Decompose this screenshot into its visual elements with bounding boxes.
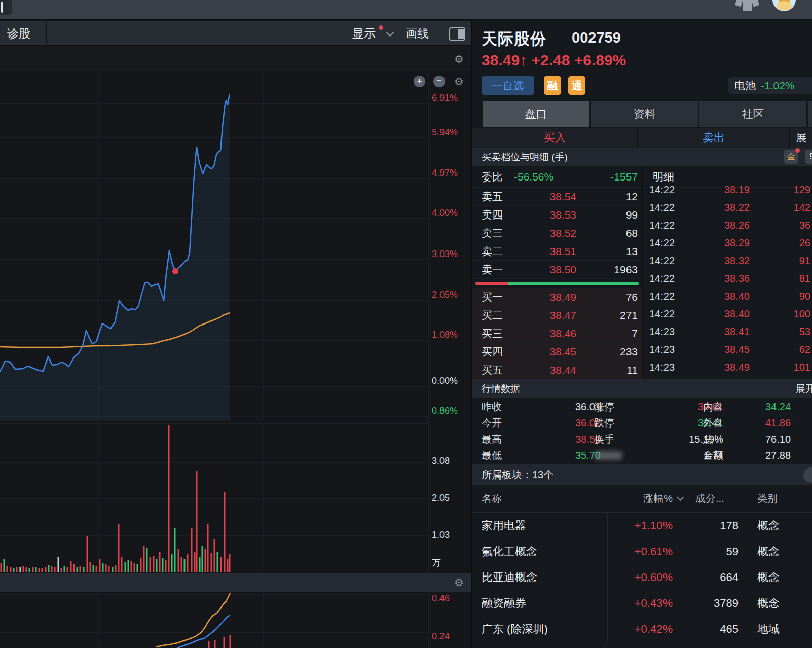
avatar[interactable] [772, 0, 796, 11]
svg-text:万: 万 [432, 558, 441, 568]
stock-name: 天际股份 [482, 28, 546, 50]
tab-partial[interactable] [808, 101, 812, 127]
gold-filter-icon[interactable]: 金 [784, 150, 798, 164]
order-row[interactable]: 卖二38.5113 [472, 242, 642, 261]
share-icon[interactable] [736, 0, 758, 11]
market-label: 金额 [703, 447, 723, 463]
market-label: 今开 [482, 415, 502, 431]
orderbook-header: 买卖档位与明细 (手) 金 5 [472, 148, 812, 166]
market-label: 昨收 [482, 399, 502, 415]
detail-row: 14:2338.49101 [643, 358, 812, 376]
stock-code: 002759 [572, 29, 621, 46]
order-row[interactable]: 卖一38.501963 [472, 261, 642, 279]
sell-button[interactable]: 卖出 [638, 128, 789, 148]
col-comp[interactable]: 成分... [695, 486, 724, 511]
market-label: 总量 [703, 431, 723, 447]
order-row[interactable]: 买一38.4976 [472, 288, 642, 306]
intraday-chart[interactable]: 6.91%5.94%4.97%4.00%3.03%2.05%1.08%0.00%… [0, 46, 471, 648]
market-label: 最高 [482, 431, 502, 447]
svg-text:1.08%: 1.08% [432, 330, 458, 340]
sectors-header: 所属板块：13个 [472, 464, 812, 485]
svg-text:0.00%: 0.00% [432, 376, 458, 386]
market-value: 27.88 [765, 447, 791, 463]
sector-row[interactable]: 广东 (除深圳)+0.42%465地域 [472, 616, 812, 641]
col-pct[interactable]: 涨幅% [599, 486, 673, 511]
svg-text:2.05%: 2.05% [432, 290, 458, 300]
sector-row[interactable]: 家用电器+1.10%178概念 [472, 512, 812, 538]
gear-icon[interactable]: ⚙ [454, 577, 464, 588]
connect-badge[interactable]: 通 [568, 76, 585, 95]
col-type[interactable]: 类别 [757, 486, 778, 511]
layout-panel-icon[interactable] [449, 27, 465, 41]
col-name[interactable]: 名称 [482, 486, 502, 511]
chart-area: 6.91%5.94%4.97%4.00%3.03%2.05%1.08%0.00%… [0, 46, 471, 648]
tab-社区[interactable]: 社区 [699, 101, 806, 127]
gear-icon[interactable]: ⚙ [454, 76, 464, 87]
app-window: 诊股 显示 画线 6.91%5.94%4.97%4.00%3.03%2.05%1… [0, 0, 812, 648]
chart-toolbar: 诊股 显示 画线 [0, 21, 471, 46]
order-row[interactable]: 卖四38.5399 [472, 206, 642, 224]
svg-text:3.03%: 3.03% [432, 249, 458, 259]
tab-资料[interactable]: 资料 [591, 101, 698, 127]
svg-text:0.46: 0.46 [432, 593, 450, 603]
buy-button[interactable]: 买入 [472, 128, 637, 148]
sub-orange-line [156, 593, 230, 647]
sector-table-header: 名称 涨幅% 成分... 类别 [472, 486, 812, 511]
drawline-button[interactable]: 画线 [405, 21, 429, 46]
market-data-row: 最高38.50换手15.19%总量76.10 [472, 431, 812, 447]
detail-row: 14:2238.2926 [643, 234, 812, 252]
expand-button[interactable]: 展开 [796, 128, 812, 148]
notification-dot [379, 25, 383, 30]
market-value: 36.02 [548, 415, 601, 431]
market-data-row: 最低35.701.74金额27.88 [472, 447, 812, 463]
market-value: 38.50 [548, 431, 601, 447]
svg-text:0.86%: 0.86% [432, 406, 458, 416]
watchlist-button[interactable]: 一自选 [482, 76, 534, 95]
market-data-header: 行情数据 展开 [472, 379, 812, 398]
expand-button[interactable]: 展开 [796, 379, 812, 398]
order-row[interactable]: 卖三38.5268 [472, 224, 642, 242]
detail-row: 14:2238.2636 [643, 217, 812, 234]
weibi-label: 委比 [482, 166, 503, 188]
sector-row[interactable]: 比亚迪概念+0.60%664概念 [472, 564, 812, 590]
market-data-row: 今开36.02跌停32.41外盘41.86 [472, 415, 812, 431]
market-value: 35.70 [548, 447, 601, 463]
sector-row[interactable]: 氟化工概念+0.61%59概念 [472, 538, 812, 564]
detail-row: 14:2238.4090 [643, 287, 812, 305]
obscured-label [594, 451, 622, 460]
tab-盘口[interactable]: 盘口 [483, 101, 589, 127]
market-data-row: 昨收36.01涨停39.61内盘34.24 [472, 399, 812, 415]
trade-detail-list[interactable]: 明细 14:2238.1912914:2238.2214214:2238.263… [643, 166, 812, 378]
diagnose-button[interactable]: 诊股 [7, 21, 30, 46]
svg-text:3.08: 3.08 [432, 456, 450, 466]
svg-text:6.91%: 6.91% [432, 93, 458, 103]
order-row[interactable]: 买五38.4411 [472, 361, 642, 379]
market-label: 最低 [482, 447, 502, 463]
trade-marker [172, 268, 178, 274]
detail-row: 14:2338.4153 [643, 323, 812, 341]
sort-desc-icon[interactable] [677, 494, 684, 501]
gear-icon[interactable]: ⚙ [454, 54, 464, 64]
display-menu[interactable]: 显示 [352, 21, 376, 46]
order-row[interactable]: 卖五38.5412 [472, 188, 642, 206]
market-value: 41.86 [765, 415, 791, 431]
svg-text:5.94%: 5.94% [432, 127, 458, 137]
zoom-in-button[interactable]: + [414, 76, 425, 87]
sector-chip[interactable]: 电池-1.02% [728, 77, 812, 94]
window-corner-control[interactable] [0, 0, 12, 15]
zoom-out-button[interactable]: − [433, 76, 445, 87]
market-label: 涨停 [594, 399, 614, 415]
sub-blue-line [177, 615, 230, 648]
margin-badge[interactable]: 融 [544, 76, 561, 95]
detail-row: 14:2238.19129 [643, 181, 812, 199]
sector-row[interactable]: 融资融券+0.43%3789概念 [472, 590, 812, 616]
order-row[interactable]: 买四38.45233 [472, 343, 642, 361]
level-icon[interactable]: 5 [805, 150, 812, 164]
detail-row: 14:2238.40100 [643, 305, 812, 323]
chevron-down-icon[interactable] [386, 29, 394, 37]
order-row[interactable]: 买三38.467 [472, 325, 642, 343]
market-label: 换手 [594, 431, 614, 447]
stock-price: 38.49↑ +2.48 +6.89% [482, 52, 626, 69]
market-value: 36.01 [548, 399, 601, 415]
order-row[interactable]: 买二38.47271 [472, 306, 642, 325]
